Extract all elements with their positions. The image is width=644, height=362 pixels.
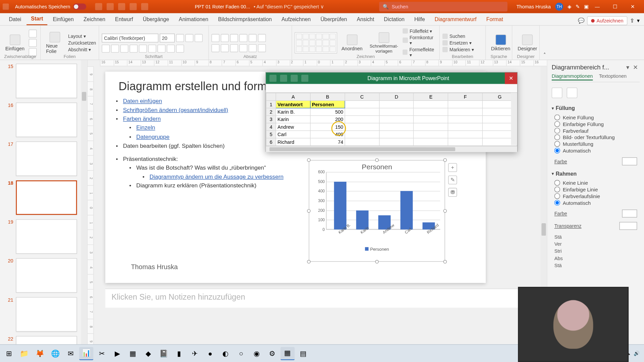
- bold-button[interactable]: [102, 45, 110, 53]
- tab-format[interactable]: Format: [482, 14, 508, 25]
- settings-icon[interactable]: ⚙: [265, 347, 279, 360]
- tab-animationen[interactable]: Animationen: [174, 14, 213, 25]
- tab-datei[interactable]: Datei: [4, 14, 25, 25]
- data-window-close-icon[interactable]: ✕: [505, 72, 517, 84]
- selection-handle[interactable]: [307, 158, 311, 162]
- chart-plot-area[interactable]: 6005004003002001000: [326, 172, 440, 229]
- slide-thumbnail[interactable]: 19: [5, 219, 84, 254]
- grow-font-button[interactable]: [176, 34, 184, 42]
- align-justify-button[interactable]: [239, 44, 248, 52]
- selection-handle[interactable]: [443, 260, 447, 264]
- dictate-button[interactable]: Diktieren: [488, 34, 513, 52]
- shrink-font-button[interactable]: [185, 34, 194, 42]
- slide-thumbnail[interactable]: 21: [5, 297, 84, 331]
- autosave-switch-icon[interactable]: [73, 4, 86, 10]
- selection-handle[interactable]: [307, 260, 311, 264]
- tab-einfügen[interactable]: Einfügen: [48, 14, 78, 25]
- copy-button[interactable]: [29, 39, 37, 47]
- document-name[interactable]: PPT 01 Roter Faden 00... • Auf "diesem P…: [148, 4, 371, 9]
- bullet-text[interactable]: Präsentationstechnik:: [123, 156, 178, 162]
- slide-author[interactable]: Thomas Hruska: [131, 263, 178, 270]
- selection-handle[interactable]: [375, 260, 379, 264]
- designer-button[interactable]: Designer: [515, 34, 540, 52]
- shapes-gallery[interactable]: [294, 32, 337, 53]
- share-icon[interactable]: ⇪: [630, 18, 634, 24]
- fill-option[interactable]: Bild- oder Texturfüllung: [552, 134, 640, 141]
- slide-thumbnail-pane[interactable]: 15161718192021222324: [0, 60, 88, 348]
- tab-aufzeichnen[interactable]: Aufzeichnen: [277, 14, 315, 25]
- outlook-icon[interactable]: ✉: [64, 347, 78, 360]
- format-pane-close-icon[interactable]: ✕: [632, 64, 640, 71]
- window-icon[interactable]: ▣: [584, 4, 588, 9]
- bullet-text[interactable]: Daten bearbeiten (ggf. Spalten löschen): [123, 142, 225, 149]
- chart-legend[interactable]: Personen: [309, 246, 445, 252]
- shadow-button[interactable]: [139, 45, 147, 53]
- format-pane-dropdown-icon[interactable]: ▾: [624, 64, 632, 71]
- bullets-button[interactable]: [211, 34, 219, 42]
- tab-überprüfen[interactable]: Überprüfen: [316, 14, 352, 25]
- underline-button[interactable]: [120, 45, 128, 53]
- tab-start[interactable]: Start: [26, 13, 47, 25]
- highlight-button[interactable]: [167, 45, 175, 53]
- slide-thumbnail[interactable]: 20: [5, 258, 84, 293]
- diamond-icon[interactable]: ◈: [568, 4, 571, 9]
- effects-tab-icon[interactable]: [567, 87, 578, 98]
- line-section-head[interactable]: Rahmen: [552, 171, 640, 177]
- dw-undo-icon[interactable]: [280, 75, 287, 82]
- chart-bar[interactable]: [334, 182, 346, 230]
- layout-menu[interactable]: Layout ▾: [68, 34, 96, 39]
- app-icon[interactable]: ○: [234, 347, 248, 360]
- bullet-link[interactable]: Datengruppe: [136, 133, 169, 140]
- vlc-icon[interactable]: ▶: [110, 347, 124, 360]
- sheet-hscroll[interactable]: [266, 146, 517, 152]
- clear-format-button[interactable]: [195, 34, 203, 42]
- dw-redo-icon[interactable]: [291, 75, 298, 82]
- new-slide-button[interactable]: Neue Folie: [43, 31, 66, 55]
- tray-volume-icon[interactable]: 🔊: [634, 351, 640, 356]
- app-icon[interactable]: ●: [203, 347, 217, 360]
- formula-bar[interactable]: [266, 84, 517, 93]
- fill-line-tab-icon[interactable]: [552, 87, 562, 98]
- fill-option[interactable]: Automatisch: [552, 147, 640, 154]
- app-icon[interactable]: ◉: [250, 347, 264, 360]
- align-center-button[interactable]: [221, 44, 229, 52]
- chart-title[interactable]: Personen: [309, 161, 445, 172]
- app-icon[interactable]: ▤: [296, 347, 310, 360]
- arrange-button[interactable]: Anordnen: [339, 34, 365, 52]
- more-qat-icon[interactable]: [141, 3, 148, 10]
- fill-option[interactable]: Musterfüllung: [552, 140, 640, 147]
- selection-handle[interactable]: [443, 158, 447, 162]
- explorer-icon[interactable]: 📁: [17, 347, 31, 360]
- chart-plus-icon[interactable]: +: [448, 163, 457, 172]
- format-tab-text-options[interactable]: Textoptionen: [599, 73, 627, 80]
- fill-option[interactable]: Automatisch: [552, 199, 640, 206]
- comments-icon[interactable]: 💬: [578, 18, 585, 24]
- paste-button[interactable]: Einfügen: [3, 34, 27, 52]
- transparency-input[interactable]: [620, 222, 637, 230]
- fill-option[interactable]: Farbverlauf: [552, 127, 640, 134]
- fill-option[interactable]: Einfarbige Füllung: [552, 121, 640, 127]
- slide-thumbnail[interactable]: 15: [5, 64, 84, 98]
- fill-option[interactable]: Keine Linie: [552, 180, 640, 186]
- close-button[interactable]: ✕: [624, 0, 642, 13]
- tab-hilfe[interactable]: Hilfe: [410, 14, 429, 25]
- dw-grid-icon[interactable]: [301, 75, 308, 82]
- selection-handle[interactable]: [307, 209, 311, 213]
- font-color-button[interactable]: [176, 45, 184, 53]
- font-name-combo[interactable]: Calibri (Textkörper): [102, 34, 158, 42]
- redo-icon[interactable]: [118, 3, 125, 10]
- shape-outline-menu[interactable]: Formkontur ▾: [402, 35, 437, 46]
- excel-icon[interactable]: ▦: [280, 347, 294, 360]
- chart-data-editor-window[interactable]: Diagramm in Microsoft PowerPoint ✕ ABCDE…: [265, 72, 518, 152]
- case-button[interactable]: [158, 45, 166, 53]
- autosave-toggle[interactable]: Automatisches Speichern: [15, 4, 86, 10]
- app-icon[interactable]: ◐: [219, 347, 233, 360]
- telegram-icon[interactable]: ✈: [187, 347, 202, 360]
- pen-icon[interactable]: ✎: [576, 4, 580, 9]
- app-icon[interactable]: ▮: [172, 347, 186, 360]
- reset-slide[interactable]: Zurücksetzen: [68, 40, 96, 46]
- slide-thumbnail[interactable]: 18: [5, 180, 84, 215]
- tab-zeichnen[interactable]: Zeichnen: [79, 14, 110, 25]
- tab-entwurf[interactable]: Entwurf: [111, 14, 138, 25]
- firefox-icon[interactable]: 🦊: [33, 347, 47, 360]
